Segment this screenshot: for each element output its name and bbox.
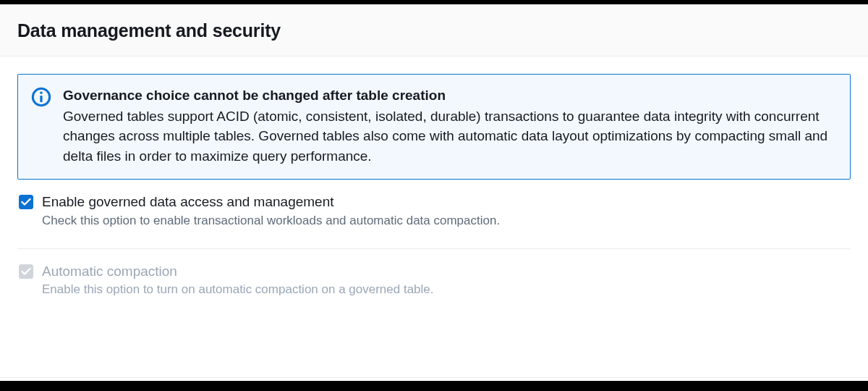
- automatic-compaction-checkbox: [19, 264, 33, 279]
- section-header: Data management and security: [0, 4, 868, 56]
- alert-text: Governance choice cannot be changed afte…: [63, 86, 837, 166]
- automatic-compaction-text: Automatic compaction Enable this option …: [42, 262, 851, 298]
- alert-body: Governed tables support ACID (atomic, co…: [63, 106, 837, 167]
- section-title: Data management and security: [17, 20, 851, 41]
- alert-heading: Governance choice cannot be changed afte…: [63, 86, 837, 105]
- governed-access-label: Enable governed data access and manageme…: [42, 193, 851, 211]
- automatic-compaction-description: Enable this option to turn on automatic …: [42, 281, 851, 298]
- divider: [17, 248, 851, 249]
- governed-access-description: Check this option to enable transactiona…: [42, 212, 851, 230]
- svg-rect-2: [40, 92, 42, 94]
- automatic-compaction-option: Automatic compaction Enable this option …: [17, 262, 851, 298]
- info-icon: [31, 87, 51, 107]
- governed-access-checkbox[interactable]: [19, 195, 33, 209]
- info-alert: Governance choice cannot be changed afte…: [17, 74, 851, 180]
- svg-rect-1: [40, 96, 42, 102]
- automatic-compaction-label: Automatic compaction: [42, 262, 851, 281]
- governed-access-option: Enable governed data access and manageme…: [17, 193, 851, 229]
- panel-bottom-border: [0, 377, 868, 378]
- governed-access-text: Enable governed data access and manageme…: [42, 193, 851, 229]
- content-panel: Governance choice cannot be changed afte…: [0, 56, 868, 316]
- window-bottom-bar: [0, 381, 868, 391]
